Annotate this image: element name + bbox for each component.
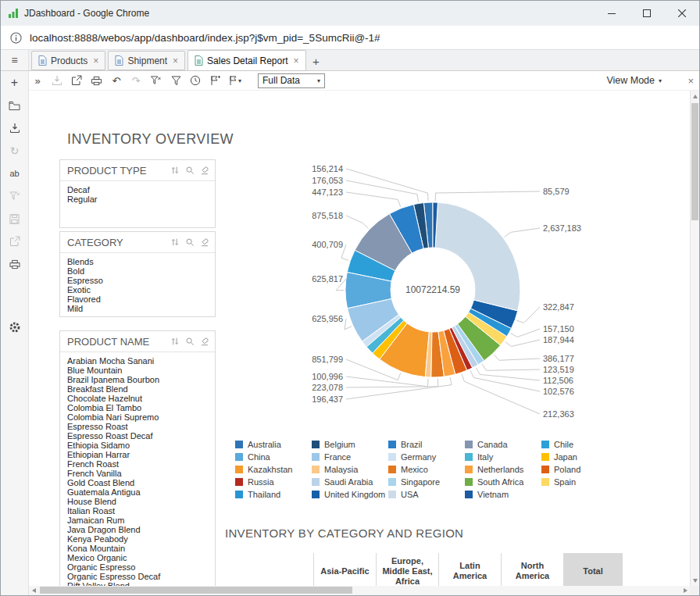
filter-value[interactable]: Flavored [67, 294, 208, 304]
legend-item[interactable]: South Africa [465, 476, 541, 488]
search-icon[interactable] [185, 337, 195, 346]
tab-close-icon[interactable]: × [173, 55, 178, 66]
scroll-up-icon[interactable] [691, 91, 699, 101]
clear-filter-icon[interactable] [8, 190, 22, 202]
clear-filter-icon[interactable] [150, 73, 162, 87]
save-icon[interactable] [52, 73, 62, 87]
export-icon[interactable] [8, 235, 22, 248]
maximize-button[interactable] [629, 1, 664, 26]
view-mode-button[interactable]: View Mode ▾ [606, 71, 662, 90]
eraser-icon[interactable] [200, 166, 209, 175]
undo-icon[interactable]: ↶ [111, 73, 122, 87]
print-button[interactable] [8, 258, 22, 270]
filter-value[interactable]: House Blend [67, 497, 208, 506]
filter-value[interactable]: Colombia El Tambo [67, 403, 208, 412]
redo-icon[interactable]: ↷ [130, 73, 141, 87]
legend-item[interactable]: Italy [465, 451, 541, 463]
filter-value[interactable]: Organic Espresso Decaf [67, 572, 208, 581]
filter-value[interactable]: Organic Espresso [67, 562, 208, 572]
eraser-icon[interactable] [200, 237, 209, 247]
legend-item[interactable]: Mexico [388, 463, 465, 476]
legend-item[interactable]: Singapore [388, 476, 465, 488]
search-icon[interactable] [185, 237, 195, 247]
legend-item[interactable]: Malaysia [312, 463, 388, 476]
new-tab-button[interactable]: + [306, 52, 327, 70]
legend-item[interactable]: Netherlands [465, 463, 541, 476]
filter-value[interactable]: Exotic [67, 285, 208, 294]
horizontal-scroll-thumb[interactable] [40, 587, 352, 594]
filter-value[interactable]: Mexico Organic [67, 553, 208, 562]
filter-value[interactable]: Mild [67, 304, 208, 313]
filter-value[interactable]: Blends [67, 257, 208, 266]
save-icon[interactable] [8, 212, 22, 225]
tab-close-icon[interactable]: × [293, 55, 298, 66]
legend-item[interactable]: Belgium [312, 438, 388, 451]
legend-item[interactable]: Brazil [388, 438, 465, 451]
filter-value[interactable]: Jamaican Rum [67, 516, 208, 525]
legend-item[interactable]: Russia [235, 476, 312, 488]
filter-value[interactable]: Decaf [67, 185, 208, 195]
close-button[interactable] [664, 1, 699, 26]
sort-icon[interactable] [170, 166, 180, 175]
window-list-button[interactable]: ≡ [1, 50, 29, 70]
legend-item[interactable]: Germany [388, 451, 465, 463]
filter-value[interactable]: Chocolate Hazelnut [67, 394, 208, 403]
filter-value[interactable]: Brazil Ipanema Bourbon [67, 375, 208, 384]
filter-value[interactable]: Colombia Nari Supremo [67, 412, 208, 422]
dataset-select[interactable]: Full Data ▾ [258, 73, 325, 88]
legend-item[interactable]: USA [388, 488, 465, 501]
legend-item[interactable]: Kazakhstan [235, 463, 312, 476]
minimize-button[interactable] [594, 1, 629, 26]
filter-value[interactable]: Ethiopia Sidamo [67, 441, 208, 450]
settings-gear-icon[interactable] [8, 321, 22, 334]
legend-item[interactable]: United Kingdom [312, 488, 388, 501]
more-tools-icon[interactable]: » [32, 73, 43, 87]
legend-item[interactable]: Thailand [235, 488, 312, 501]
legend-item[interactable]: Saudi Arabia [312, 476, 388, 488]
open-folder-button[interactable] [8, 99, 22, 112]
refresh-icon[interactable]: ↻ [8, 145, 22, 157]
sort-icon[interactable] [170, 237, 180, 247]
eraser-icon[interactable] [200, 337, 209, 346]
legend-item[interactable]: China [235, 451, 312, 463]
filter-value[interactable]: Bold [67, 266, 208, 276]
table-column-header[interactable]: Europe, Middle East, Africa [376, 553, 438, 589]
horizontal-scrollbar[interactable] [29, 586, 690, 595]
add-button[interactable]: + [8, 77, 22, 89]
filter-value[interactable]: Kenya Peabody [67, 534, 208, 544]
close-report-icon[interactable]: × [688, 71, 694, 90]
legend-item[interactable]: Chile [541, 438, 618, 451]
filter-value[interactable]: Ethiopian Harrar [67, 450, 208, 459]
vertical-scroll-thumb[interactable] [691, 103, 698, 220]
table-column-header[interactable]: North America [501, 553, 563, 589]
tab-shipment[interactable]: Shipment × [108, 51, 185, 70]
legend-item[interactable]: Vietnam [465, 488, 541, 501]
page-info-icon[interactable] [10, 32, 22, 44]
tab-close-icon[interactable]: × [93, 55, 98, 66]
print-icon[interactable] [91, 73, 102, 87]
tab-products[interactable]: Products × [31, 51, 105, 70]
filter-value[interactable]: Arabian Mocha Sanani [67, 356, 208, 366]
filter-icon[interactable] [170, 73, 181, 87]
vertical-scrollbar[interactable] [690, 91, 699, 586]
rename-button[interactable]: ab [8, 167, 22, 180]
filter-value[interactable]: Espresso Roast Decaf [67, 431, 208, 441]
legend-item[interactable]: Japan [541, 451, 618, 463]
table-column-header[interactable]: Asia-Pacific [313, 553, 376, 589]
filter-value[interactable]: Espresso [67, 276, 208, 285]
filter-value[interactable]: Java Dragon Blend [67, 525, 208, 534]
filter-value[interactable]: Gold Coast Blend [67, 478, 208, 487]
legend-item[interactable]: France [312, 451, 388, 463]
bookmark-flag-icon[interactable]: ▾ [229, 73, 241, 87]
search-icon[interactable] [185, 166, 195, 175]
filter-value[interactable]: French Vanilla [67, 469, 208, 478]
export-icon[interactable] [71, 73, 82, 87]
filter-value[interactable]: Breakfast Blend [67, 384, 208, 394]
tab-sales-detail-report[interactable]: Sales Detail Report × [188, 50, 305, 71]
legend-item[interactable]: Australia [235, 438, 312, 451]
scroll-right-icon[interactable] [680, 586, 690, 595]
filter-value[interactable]: Guatemala Antigua [67, 487, 208, 497]
legend-item[interactable]: Spain [541, 476, 618, 488]
sort-icon[interactable] [170, 337, 180, 346]
scroll-left-icon[interactable] [29, 586, 38, 595]
